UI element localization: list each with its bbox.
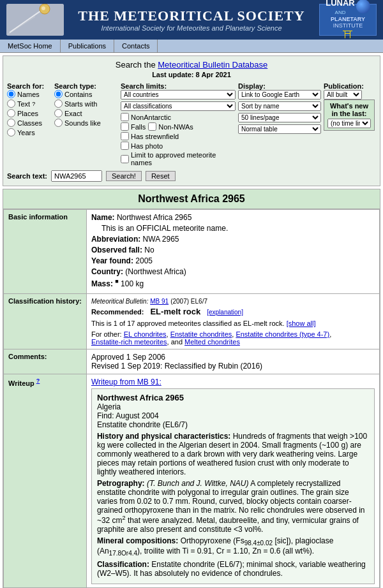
petro-authors: (T. Bunch and J. Wittke, NAU) (147, 479, 249, 488)
radio-names[interactable]: Names (7, 90, 52, 98)
photo-label: Has photo (131, 142, 163, 150)
falls-input[interactable] (121, 122, 129, 131)
enstatite-chondrites-link[interactable]: Enstatite chondrites (170, 330, 232, 338)
publication-select[interactable]: All built (324, 90, 362, 99)
classification-row: Classification history: Meteoritical Bul… (4, 294, 380, 349)
radio-places-input[interactable] (7, 109, 15, 117)
planet-icon (356, 0, 370, 13)
name-value: Northwest Africa 2965 (117, 213, 192, 222)
explanation-link[interactable]: [explanation] (207, 309, 243, 316)
mb-line: Meteoritical Bulletin: MB 91 (2007) EL6/… (91, 297, 375, 305)
mineral-sub1: 98.4±0.02 (244, 540, 273, 547)
radio-places[interactable]: Places (7, 109, 52, 117)
others-prefix: For other: (91, 330, 122, 338)
search-title-prefix: Search the (116, 60, 156, 70)
reset-button[interactable] (146, 171, 176, 181)
whats-new-box: What's new in the last: (no time limit) (324, 99, 375, 131)
basic-info-content: Name: Northwest Africa 2965 This is an O… (86, 210, 379, 294)
nav-metsoc-home[interactable]: MetSoc Home (0, 40, 61, 52)
search-button[interactable] (106, 171, 142, 181)
limit-approved-check[interactable]: Limit to approved meteorite names (121, 151, 236, 166)
melted-chondrites-link[interactable]: Melted chondrites (184, 338, 240, 346)
search-form-grid: Search for: Names Text ? Places Classes … (7, 82, 376, 166)
el-chondrites-link[interactable]: EL chondrites (124, 330, 167, 338)
nonantarctic-check[interactable]: NonAntarctic (121, 113, 236, 121)
mass-line: Mass: ■ 100 kg (91, 278, 375, 288)
photo-input[interactable] (121, 142, 129, 150)
radio-years-input[interactable] (7, 128, 15, 136)
radio-classes-input[interactable] (7, 119, 15, 127)
radio-starts-with[interactable]: Starts with (54, 99, 118, 108)
country-line: Country: (Northwest Africa) (91, 267, 375, 276)
search-for-group: Names Text ? Places Classes Years (7, 90, 52, 136)
radio-text[interactable]: Text ? (7, 99, 52, 108)
photo-check[interactable]: Has photo (121, 142, 236, 150)
radio-exact-input[interactable] (54, 109, 63, 117)
abbrev-value: NWA 2965 (143, 235, 179, 244)
nav-publications[interactable]: Publications (61, 40, 114, 52)
search-text-input[interactable] (51, 170, 102, 182)
enstatite-type-link[interactable]: Enstatite chondrites (type 4-7) (236, 330, 329, 338)
mb-class: EL6/7 (191, 298, 207, 305)
writeup-body: Northwest Africa 2965 Algeria Find: Augu… (91, 388, 375, 584)
writeup-sup-link[interactable]: ? (36, 378, 40, 384)
mb-prefix: Meteoritical Bulletin: (91, 298, 150, 305)
radio-sounds-input[interactable] (54, 119, 63, 127)
non-nwas-input[interactable] (148, 122, 156, 131)
radio-starts-input[interactable] (54, 99, 63, 108)
limit-approved-input[interactable] (121, 155, 129, 163)
sort-select[interactable]: Sort by name (238, 101, 321, 111)
abbreviation-line: Abbreviation: NWA 2965 (91, 235, 375, 244)
show-all-link[interactable]: [show all] (287, 320, 316, 327)
strewnfield-input[interactable] (121, 132, 129, 140)
strewnfield-check[interactable]: Has strewnfield (121, 132, 236, 140)
radio-sounds-like[interactable]: Sounds like (54, 119, 118, 127)
search-type-group: Contains Starts with Exact Sounds like (54, 90, 118, 127)
classification-select[interactable]: All classifications (121, 101, 236, 111)
writeup-find: Find: August 2004 (97, 411, 369, 420)
class-history-inner: Meteoritical Bulletin: MB 91 (2007) EL6/… (91, 297, 375, 346)
enstatite-rich-link[interactable]: Enstatite-rich meteorites (91, 338, 167, 346)
last-update-label: Last update: (152, 71, 193, 78)
approved-line: This is 1 of 17 approved meteorites clas… (91, 320, 375, 327)
basic-info-row: Basic information Name: Northwest Africa… (4, 210, 380, 294)
class-label: Classification: (97, 560, 149, 569)
mass-icon: ■ (115, 278, 118, 284)
search-for-label: Search for: (7, 82, 52, 90)
radio-names-input[interactable] (7, 90, 15, 98)
country-select[interactable]: All countries (121, 90, 236, 99)
falls-check[interactable]: Falls (121, 122, 146, 131)
mb-link[interactable]: MB 91 (150, 298, 169, 305)
comments-label-text: Comments: (8, 353, 47, 360)
lines-select[interactable]: 50 lines/page (238, 113, 321, 122)
google-earth-select[interactable]: Link to Google Earth (238, 90, 321, 99)
lpi-logo: LUNARAND PLANETARY INSTITUTE ⛩ (319, 4, 377, 36)
nonantarctic-input[interactable] (121, 113, 129, 121)
comments-label: Comments: (4, 349, 87, 374)
search-type-col: Search type: Contains Starts with Exact … (54, 82, 118, 127)
radio-contains[interactable]: Contains (54, 90, 118, 98)
radio-years[interactable]: Years (7, 128, 52, 136)
radio-text-input[interactable] (7, 99, 15, 108)
writeup-from-link[interactable]: Writeup from MB 91: (91, 378, 161, 386)
svg-rect-0 (6, 4, 64, 36)
radio-exact[interactable]: Exact (54, 109, 118, 117)
time-limit-select[interactable]: (no time limit) (327, 119, 371, 128)
table-select[interactable]: Normal table (238, 124, 321, 134)
year-label: Year found: (91, 256, 133, 265)
mb-year: (2007) (170, 298, 191, 305)
mineral-sub4: 4.4 (128, 550, 137, 557)
classification-label-text: Classification history: (8, 297, 82, 305)
search-limits-label: Search limits: (121, 82, 236, 90)
nav-contacts[interactable]: Contacts (114, 40, 158, 52)
radio-contains-input[interactable] (54, 90, 63, 98)
non-nwas-check[interactable]: Non-NWAs (148, 122, 193, 131)
display-col: Display: Link to Google Earth Sort by na… (238, 82, 321, 136)
mineral-text: Orthopyroxene (Fs (181, 536, 244, 545)
radio-classes[interactable]: Classes (7, 119, 52, 127)
bulletin-db-link[interactable]: Meteoritical Bulletin Database (158, 60, 267, 70)
approved-text: This is 1 of 17 approved meteorites clas… (91, 320, 285, 327)
mineral-para: Mineral compositions: Orthopyroxene (Fs9… (97, 536, 369, 557)
rec-value: EL-melt rock (150, 307, 200, 316)
find-value: August 2004 (116, 411, 158, 420)
